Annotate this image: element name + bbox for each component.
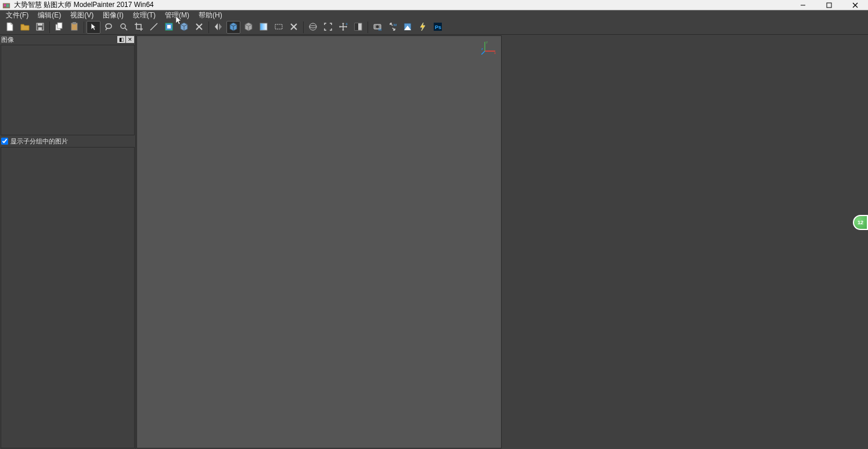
- mirror-tool-button[interactable]: [211, 21, 225, 34]
- menu-texture[interactable]: 纹理(T): [128, 10, 160, 20]
- magnify-tool-button[interactable]: [117, 21, 131, 34]
- svg-point-26: [309, 26, 316, 28]
- pointer-tool-button[interactable]: [87, 21, 100, 34]
- svg-rect-4: [827, 3, 831, 8]
- stamp-icon: [164, 21, 174, 34]
- show-subgroup-images-checkbox[interactable]: [1, 138, 8, 145]
- arrows-m-button[interactable]: M: [386, 21, 399, 34]
- copy-pages-icon: [54, 21, 64, 34]
- camera-m-icon: M: [372, 21, 383, 34]
- svg-rect-8: [38, 23, 42, 26]
- panel-close-button[interactable]: ✕: [126, 36, 134, 43]
- gradient-icon: [258, 21, 269, 34]
- badge-text: 12: [858, 220, 863, 225]
- panel-title: 图像: [1, 35, 117, 44]
- flash-tool-button[interactable]: [416, 21, 430, 34]
- svg-text:M: M: [379, 28, 381, 31]
- svg-rect-9: [38, 27, 42, 30]
- menubar: 文件(F) 编辑(E) 视图(V) 图像(I) 纹理(T) 管理(M) 帮助(H…: [0, 10, 868, 20]
- photoshop-button[interactable]: Ps: [431, 21, 445, 34]
- svg-rect-11: [57, 23, 62, 28]
- svg-text:M: M: [394, 23, 397, 27]
- menu-image[interactable]: 图像(I): [98, 10, 128, 20]
- line-icon: [149, 21, 159, 34]
- paste-pages-button[interactable]: [67, 21, 81, 34]
- patch-tool-button[interactable]: [401, 21, 415, 34]
- cube-solid-icon: [179, 21, 189, 34]
- corners-tool-button[interactable]: [321, 21, 335, 34]
- checkbox-label: 显示子分组中的图片: [10, 137, 68, 146]
- cube-solid-button[interactable]: [177, 21, 191, 34]
- mirror-icon: [213, 21, 224, 34]
- line-tool-button[interactable]: [147, 21, 161, 34]
- sphere-icon: [308, 21, 318, 34]
- cross2-tool-button[interactable]: [287, 21, 301, 34]
- close-button[interactable]: [842, 0, 868, 10]
- flash-icon: [417, 21, 428, 34]
- open-folder-icon: [20, 21, 30, 34]
- half-tool-button[interactable]: [351, 21, 365, 34]
- copy-pages-button[interactable]: [52, 21, 66, 34]
- new-file-button[interactable]: [3, 21, 17, 34]
- marquee-icon: [273, 21, 284, 34]
- sphere-tool-button[interactable]: [306, 21, 320, 34]
- panel-list-area: [1, 147, 135, 448]
- lasso-tool-button[interactable]: [102, 21, 116, 34]
- svg-line-41: [481, 51, 485, 55]
- svg-rect-1: [4, 4, 6, 6]
- toolbar-separator: [208, 21, 209, 33]
- menu-manage[interactable]: 管理(M): [160, 10, 194, 20]
- panel-dock-button[interactable]: ◧: [117, 36, 125, 43]
- window-title: 大势智慧 贴图大师 ModelPainter 2017 Win64: [14, 0, 790, 10]
- half-icon: [353, 21, 363, 34]
- save-button[interactable]: [33, 21, 47, 34]
- cross2-icon: [289, 21, 299, 34]
- checkbox-row: 显示子分组中的图片: [0, 136, 135, 146]
- cube-blue-button[interactable]: [226, 21, 240, 34]
- cube-grey-icon: [243, 21, 254, 34]
- viewport-3d[interactable]: y x z: [136, 35, 502, 448]
- crop-icon: [134, 21, 144, 34]
- move-plus-tool-button[interactable]: +: [336, 21, 350, 34]
- svg-point-14: [121, 24, 125, 28]
- menu-view[interactable]: 视图(V): [66, 10, 98, 20]
- magnify-icon: [118, 21, 129, 34]
- open-folder-button[interactable]: [18, 21, 32, 34]
- workspace: 图像 ◧ ✕ 显示子分组中的图片 y x z: [0, 35, 868, 449]
- svg-rect-13: [73, 22, 76, 24]
- svg-rect-2: [6, 4, 9, 7]
- maximize-button[interactable]: [816, 0, 842, 10]
- toolbar-separator: [49, 21, 50, 33]
- menu-edit[interactable]: 编辑(E): [33, 10, 66, 20]
- marquee-tool-button[interactable]: [272, 21, 286, 34]
- svg-rect-22: [275, 24, 282, 29]
- side-panel: 图像 ◧ ✕ 显示子分组中的图片: [0, 35, 136, 449]
- crop-tool-button[interactable]: [132, 21, 146, 34]
- svg-text:+: +: [345, 22, 348, 26]
- menu-help[interactable]: 帮助(H): [194, 10, 227, 20]
- save-icon: [35, 21, 45, 34]
- cube-blue-icon: [228, 21, 239, 34]
- toolbar-separator: [84, 21, 84, 33]
- floating-badge[interactable]: 12: [853, 215, 868, 230]
- toolbar-separator: [368, 21, 368, 33]
- right-empty-area: [502, 35, 868, 449]
- minimize-button[interactable]: [790, 0, 816, 10]
- arrows-m-icon: M: [387, 21, 398, 34]
- lasso-icon: [103, 21, 114, 34]
- cross-tool-button[interactable]: [192, 21, 206, 34]
- svg-rect-18: [167, 25, 171, 28]
- toolbar-separator: [303, 21, 304, 33]
- camera-m-button[interactable]: M: [370, 21, 384, 34]
- cube-grey-button[interactable]: [242, 21, 255, 34]
- ps-icon: Ps: [433, 21, 443, 34]
- cross-icon: [194, 21, 204, 34]
- menu-file[interactable]: 文件(F): [1, 10, 33, 20]
- svg-point-25: [309, 23, 316, 30]
- gradient-tool-button[interactable]: [257, 21, 271, 34]
- axis-gizmo: y x z: [481, 39, 496, 55]
- new-file-icon: [5, 21, 15, 34]
- window-controls: [790, 0, 868, 10]
- stamp-tool-button[interactable]: [162, 21, 176, 34]
- svg-line-16: [150, 23, 157, 30]
